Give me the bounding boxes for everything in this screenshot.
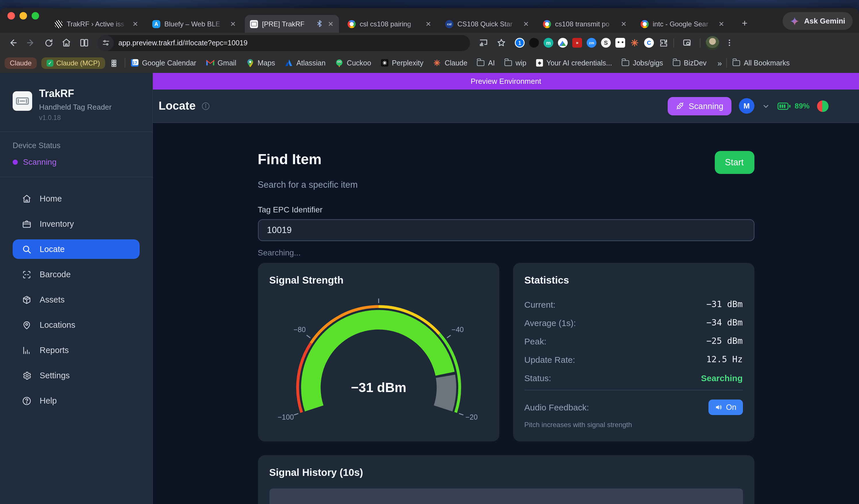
sidebar-item-locate[interactable]: Locate [13,239,140,259]
signal-history-title: Signal History (10s) [269,467,743,479]
package-icon [22,295,32,304]
tab-cs108-transmit[interactable]: cs108 transmit po [538,15,632,33]
bookmark-folder-jobs[interactable]: Jobs/gigs [622,59,663,67]
extension-monday-icon[interactable]: m [544,38,553,48]
audio-feedback-toggle[interactable]: On [709,399,743,415]
sidebar-item-settings[interactable]: Settings [13,366,140,385]
sidebar-item-home[interactable]: Home [13,189,140,208]
home-icon[interactable] [59,35,74,50]
tab-title: Bluefy – Web BLE [164,20,225,28]
close-tab-icon[interactable] [619,19,628,28]
reload-icon[interactable] [41,35,56,50]
bookmark-atlassian[interactable]: Atlassian [285,59,326,67]
epc-identifier-input[interactable] [258,219,754,241]
extensions-row: 1 m » zm S C [515,38,668,48]
scanning-connection-button[interactable]: Scanning [667,97,732,115]
cuckoo-bird-icon [335,59,343,67]
battery-icon [778,102,791,110]
forward-icon[interactable] [23,35,39,50]
bookmark-label: Google Calendar [142,59,196,67]
desktop-wallpaper: TrakRF › Active iss A Bluefy – Web BLE [… [0,0,859,504]
bookmark-folder-bizdev[interactable]: BizDev [673,59,706,67]
extension-blob-icon[interactable] [529,38,539,48]
split-view-icon[interactable] [76,35,92,50]
sidebar-item-help[interactable]: Help [13,391,140,410]
user-avatar[interactable]: M [739,98,754,114]
bookmark-folder-wip[interactable]: wip [505,59,527,67]
new-tab-button[interactable] [737,16,753,32]
extension-forward-icon[interactable]: » [572,38,582,48]
tab-cs108-quickstart[interactable]: csl CS108 Quick Star [440,15,534,33]
tab-csl-pairing[interactable]: csl cs108 pairing [343,15,437,33]
search-tabs-icon[interactable] [679,35,695,50]
bookmark-gmail[interactable]: Gmail [206,59,236,67]
close-tab-icon[interactable] [229,19,237,28]
bookmark-your-ai-credentials[interactable]: ◆ Your AI credentials... [536,59,612,67]
device-status-value: Scanning [23,157,57,167]
bookmarks-overflow-icon[interactable]: » [717,58,722,67]
extension-robot-icon[interactable] [615,38,625,48]
start-button[interactable]: Start [714,151,754,174]
tab-group-chip-claude-mcp[interactable]: Claude (MCP) [41,57,105,68]
ask-gemini-label: Ask Gemini [804,17,845,25]
bookmark-perplexity[interactable]: Perplexity [381,59,423,67]
extension-s-icon[interactable]: S [601,38,611,48]
tab-title: TrakRF › Active iss [67,20,127,28]
sidebar-item-inventory[interactable]: Inventory [13,214,140,234]
app-name: TrakRF [39,88,112,100]
extensions-puzzle-icon[interactable] [659,38,668,48]
tab-title: CS108 Quick Star [457,20,518,28]
all-bookmarks-button[interactable]: All Bookmarks [733,59,790,67]
bookmark-star-icon[interactable] [494,35,509,50]
sidebar-item-reports[interactable]: Reports [13,341,140,360]
connection-status-circle-icon[interactable] [817,100,829,112]
url-text[interactable]: app.preview.trakrf.id/#locate?epc=10019 [118,39,248,47]
bookmark-google-calendar[interactable]: 17 Google Calendar [131,59,196,67]
back-icon[interactable] [5,35,21,50]
sidebar-item-barcode[interactable]: Barcode [13,265,140,284]
info-icon[interactable] [201,101,211,110]
folder-icon [505,60,512,66]
tab-bluefy[interactable]: A Bluefy – Web BLE [147,15,241,33]
bookmark-maps[interactable]: Maps [246,59,275,67]
browser-menu-icon[interactable] [722,35,737,50]
sidebar-item-assets[interactable]: Assets [13,290,140,310]
bookmark-label: Claude [445,59,467,67]
minimize-window-button[interactable] [19,12,27,19]
bookmark-label: Maps [257,59,275,67]
extension-mountain-icon[interactable] [558,38,568,48]
tab-pre-trakrf-active[interactable]: [PRE] TrakRF [245,15,339,33]
apps-grid-icon[interactable] [111,59,119,67]
close-window-button[interactable] [7,12,15,19]
browser-profile-avatar[interactable] [706,36,719,50]
close-tab-icon[interactable] [131,19,140,28]
tab-trakrf-issues[interactable]: TrakRF › Active iss [49,15,144,33]
device-status-label: Device Status [13,141,140,150]
extension-zoom-icon[interactable]: zm [587,38,597,48]
tab-intc-search[interactable]: intc - Google Sear [635,15,730,33]
sidebar-item-locations[interactable]: Locations [13,315,140,335]
bookmark-claude[interactable]: Claude [433,59,467,67]
stat-row-status: Status: Searching [524,372,743,384]
signal-strength-title: Signal Strength [269,274,487,286]
install-app-icon[interactable] [476,35,491,50]
close-tab-icon[interactable] [717,19,726,28]
bookmark-cuckoo[interactable]: Cuckoo [335,59,371,67]
site-settings-icon[interactable] [98,35,114,51]
close-tab-icon[interactable] [522,19,530,28]
bookmark-folder-ai[interactable]: AI [477,59,495,67]
bookmark-label: Cuckoo [347,59,371,67]
address-bar[interactable]: app.preview.trakrf.id/#locate?epc=10019 [98,35,470,51]
tab-group-chip-claude[interactable]: Claude [4,57,37,68]
close-tab-icon[interactable] [424,19,433,28]
chevron-down-icon[interactable] [762,102,770,110]
ask-gemini-button[interactable]: Ask Gemini [783,12,853,30]
inventory-icon [22,219,32,229]
extension-claude-icon[interactable] [630,38,639,48]
extension-1password-icon[interactable]: 1 [515,38,525,48]
help-circle-icon [22,396,32,406]
fullscreen-window-button[interactable] [32,12,39,19]
search-icon [22,244,32,254]
close-tab-icon[interactable] [326,19,335,28]
extension-calendly-icon[interactable]: C [644,38,654,48]
